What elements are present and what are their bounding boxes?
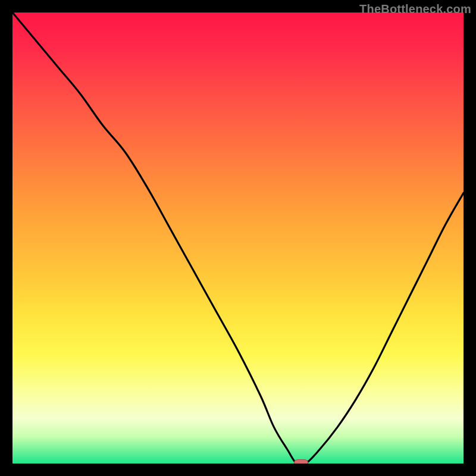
- bottleneck-curve: [12, 12, 464, 464]
- plot-area: [12, 12, 464, 464]
- minimum-marker: [294, 459, 308, 464]
- watermark-text: TheBottleneck.com: [359, 2, 471, 16]
- curve-path: [12, 12, 464, 464]
- chart-frame: TheBottleneck.com: [0, 0, 476, 476]
